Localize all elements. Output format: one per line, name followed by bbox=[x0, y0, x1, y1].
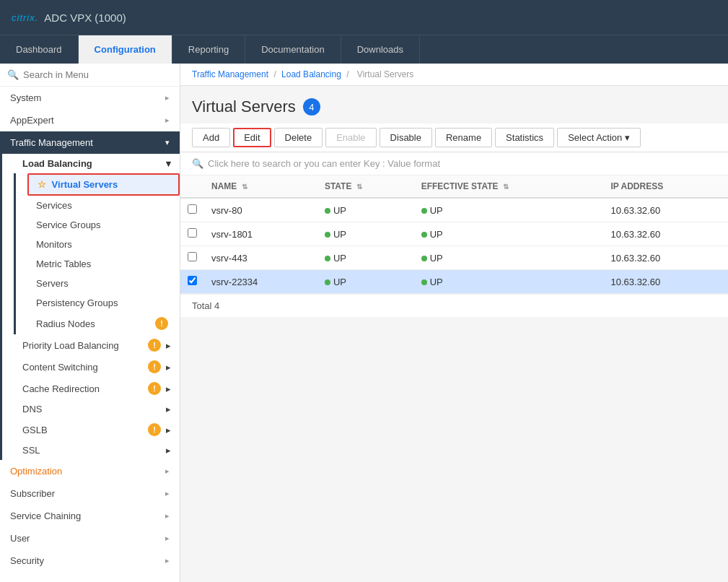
statistics-button[interactable]: Statistics bbox=[495, 128, 554, 147]
chevron-down-icon: ▾ bbox=[625, 132, 630, 143]
row-checkbox[interactable] bbox=[188, 204, 197, 214]
warn-badge: ! bbox=[148, 423, 161, 436]
chevron-right-icon: ▸ bbox=[166, 425, 171, 435]
cell-state: UP bbox=[317, 246, 414, 270]
sort-icon: ⇅ bbox=[356, 183, 362, 191]
sidebar-item-monitors[interactable]: Monitors bbox=[27, 235, 180, 254]
warn-badge: ! bbox=[148, 360, 161, 373]
cell-name: vsrv-22334 bbox=[204, 270, 317, 294]
sidebar-item-radius-nodes[interactable]: Radius Nodes ! bbox=[27, 313, 180, 334]
sidebar-item-user[interactable]: User ▸ bbox=[0, 527, 180, 550]
data-table: NAME ⇅ STATE ⇅ EFFECTIVE STATE ⇅ IP ADDR… bbox=[180, 175, 728, 294]
sidebar-item-dns[interactable]: DNS ▸ bbox=[14, 399, 180, 419]
breadcrumb-separator: / bbox=[346, 69, 348, 79]
sidebar-item-security[interactable]: Security ▸ bbox=[0, 550, 180, 572]
breadcrumb-separator: / bbox=[273, 69, 276, 79]
sidebar-item-services[interactable]: Services bbox=[27, 196, 180, 215]
cell-name: vsrv-1801 bbox=[204, 222, 317, 246]
enable-button[interactable]: Enable bbox=[325, 128, 376, 147]
page-title: Virtual Servers bbox=[192, 97, 296, 116]
sidebar-item-appexpert[interactable]: AppExpert ▸ bbox=[0, 109, 180, 131]
app-title: ADC VPX (1000) bbox=[44, 12, 126, 24]
cell-state: UP bbox=[317, 270, 414, 294]
page-header: Virtual Servers 4 bbox=[180, 86, 728, 123]
count-badge: 4 bbox=[303, 98, 320, 116]
sidebar-sub-lb: ☆ Virtual Servers Services Service Group… bbox=[14, 173, 180, 334]
edit-button[interactable]: Edit bbox=[233, 128, 271, 147]
sidebar-item-service-groups[interactable]: Service Groups bbox=[27, 215, 180, 235]
row-checkbox[interactable] bbox=[188, 276, 197, 285]
sidebar-item-subscriber[interactable]: Subscriber ▸ bbox=[0, 482, 180, 505]
col-name: NAME ⇅ bbox=[204, 175, 317, 198]
sidebar-item-servers[interactable]: Servers bbox=[27, 274, 180, 293]
logo-brand: citrix. bbox=[12, 12, 38, 23]
chevron-right-icon: ▸ bbox=[166, 340, 171, 351]
table-row[interactable]: vsrv-1801 UP UP 10.63.32.60 bbox=[180, 222, 728, 246]
breadcrumb: Traffic Management / Load Balancing / Vi… bbox=[180, 64, 728, 86]
cell-state: UP bbox=[317, 198, 414, 222]
sidebar-item-traffic-management[interactable]: Traffic Management ▾ bbox=[0, 131, 180, 154]
sidebar-item-load-balancing[interactable]: Load Balancing ▾ bbox=[14, 154, 180, 173]
logo-area: citrix. ADC VPX (1000) bbox=[12, 12, 126, 24]
table-row[interactable]: vsrv-80 UP UP 10.63.32.60 bbox=[180, 198, 728, 222]
sidebar-item-metric-tables[interactable]: Metric Tables bbox=[27, 254, 180, 274]
cell-ip: 10.63.32.60 bbox=[604, 198, 729, 222]
sidebar-item-priority-lb[interactable]: Priority Load Balancing ! ▸ bbox=[14, 334, 180, 356]
sort-icon: ⇅ bbox=[242, 183, 247, 191]
sidebar-item-content-switching[interactable]: Content Switching ! ▸ bbox=[14, 356, 180, 378]
nav-downloads[interactable]: Downloads bbox=[341, 35, 420, 64]
disable-button[interactable]: Disable bbox=[380, 128, 432, 147]
effective-state-dot bbox=[421, 208, 427, 214]
sidebar: 🔍 System ▸ AppExpert ▸ Traffic Managemen… bbox=[0, 64, 180, 582]
rename-button[interactable]: Rename bbox=[435, 128, 492, 147]
state-dot bbox=[325, 208, 330, 214]
chevron-right-icon: ▸ bbox=[165, 489, 170, 498]
cell-effective-state: UP bbox=[414, 246, 604, 270]
nav-documentation[interactable]: Documentation bbox=[245, 35, 341, 64]
sidebar-item-optimization[interactable]: Optimization ▸ bbox=[0, 460, 180, 482]
sort-icon: ⇅ bbox=[503, 183, 509, 191]
col-state: STATE ⇅ bbox=[317, 175, 414, 198]
chevron-right-icon: ▸ bbox=[165, 466, 170, 476]
effective-state-dot bbox=[421, 232, 427, 238]
state-dot bbox=[325, 256, 330, 261]
nav-reporting[interactable]: Reporting bbox=[172, 35, 245, 64]
cell-name: vsrv-80 bbox=[204, 198, 317, 222]
delete-button[interactable]: Delete bbox=[274, 128, 323, 147]
sidebar-item-gslb[interactable]: GSLB ! ▸ bbox=[14, 419, 180, 440]
sidebar-item-service-chaining[interactable]: Service Chaining ▸ bbox=[0, 505, 180, 527]
cell-ip: 10.63.32.60 bbox=[604, 246, 729, 270]
sidebar-item-cache-redirection[interactable]: Cache Redirection ! ▸ bbox=[14, 378, 180, 399]
top-header: citrix. ADC VPX (1000) bbox=[0, 0, 728, 35]
table-row[interactable]: vsrv-443 UP UP 10.63.32.60 bbox=[180, 246, 728, 270]
chevron-right-icon: ▸ bbox=[166, 362, 171, 373]
add-button[interactable]: Add bbox=[192, 128, 230, 147]
breadcrumb-traffic-management[interactable]: Traffic Management bbox=[192, 69, 268, 79]
sidebar-sub-traffic: Load Balancing ▾ ☆ Virtual Servers Servi… bbox=[0, 154, 180, 460]
state-dot bbox=[325, 279, 330, 285]
cell-effective-state: UP bbox=[414, 198, 604, 222]
nav-dashboard[interactable]: Dashboard bbox=[0, 35, 79, 64]
col-effective-state: EFFECTIVE STATE ⇅ bbox=[414, 175, 604, 198]
row-checkbox[interactable] bbox=[188, 252, 197, 261]
table-row[interactable]: vsrv-22334 UP UP 10.63.32.60 bbox=[180, 270, 728, 294]
layout: 🔍 System ▸ AppExpert ▸ Traffic Managemen… bbox=[0, 64, 728, 582]
sidebar-search-box[interactable]: 🔍 bbox=[0, 64, 180, 87]
search-input[interactable] bbox=[23, 69, 172, 80]
chevron-right-icon: ▸ bbox=[165, 116, 170, 125]
breadcrumb-load-balancing[interactable]: Load Balancing bbox=[281, 69, 341, 79]
warn-badge: ! bbox=[155, 317, 168, 330]
nav-configuration[interactable]: Configuration bbox=[79, 35, 172, 64]
row-checkbox[interactable] bbox=[188, 228, 197, 238]
effective-state-dot bbox=[421, 256, 427, 261]
cell-ip: 10.63.32.60 bbox=[604, 270, 729, 294]
select-action-button[interactable]: Select Action ▾ bbox=[557, 128, 641, 147]
cell-ip: 10.63.32.60 bbox=[604, 222, 729, 246]
sidebar-item-ssl[interactable]: SSL ▸ bbox=[14, 440, 180, 460]
table-search[interactable]: 🔍 Click here to search or you can enter … bbox=[180, 152, 728, 175]
sidebar-item-system[interactable]: System ▸ bbox=[0, 87, 180, 109]
nav-bar: Dashboard Configuration Reporting Docume… bbox=[0, 35, 728, 64]
sidebar-item-virtual-servers[interactable]: ☆ Virtual Servers bbox=[27, 173, 180, 196]
sidebar-item-persistency-groups[interactable]: Persistency Groups bbox=[27, 293, 180, 313]
total-row: Total 4 bbox=[180, 294, 728, 317]
